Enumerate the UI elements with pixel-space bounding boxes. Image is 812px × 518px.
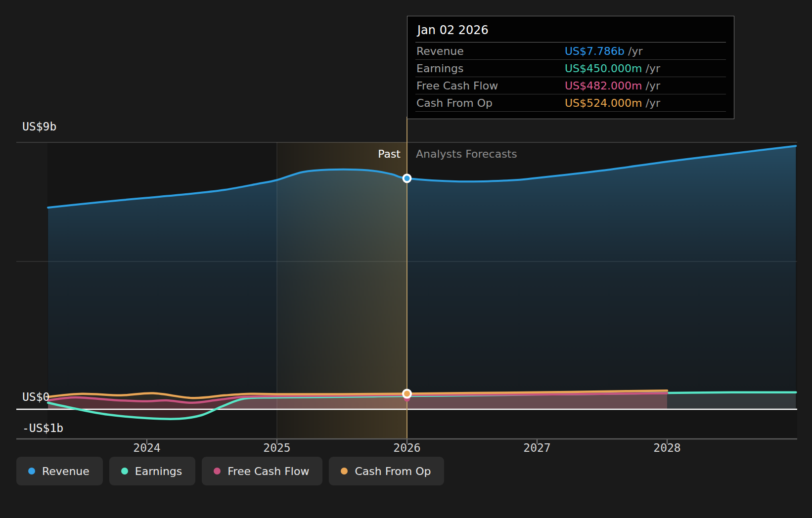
x-axis-label-2027: 2027 (502, 441, 572, 454)
tooltip-row-free-cash-flow: Free Cash Flow US$482.000m /yr (415, 77, 726, 94)
tooltip-row-unit: /yr (628, 45, 642, 57)
analysts-forecasts-label: Analysts Forecasts (416, 148, 517, 160)
tooltip-row-value: US$482.000m (565, 80, 642, 92)
x-axis-label-2024: 2024 (112, 441, 181, 454)
tooltip-row-cash-from-op: Cash From Op US$524.000m /yr (415, 94, 726, 112)
past-label: Past (378, 148, 401, 160)
tooltip-row-label: Earnings (415, 62, 565, 75)
tooltip-row-value: US$524.000m (565, 97, 642, 109)
earnings-dot-icon (121, 468, 128, 475)
cash-from-op-marker (404, 391, 410, 397)
tooltip: Jan 02 2026 Revenue US$7.786b /yr Earnin… (407, 16, 734, 119)
tooltip-row-label: Cash From Op (415, 97, 565, 109)
tooltip-row-value: US$450.000m (565, 62, 642, 75)
legend: Revenue Earnings Free Cash Flow Cash Fro… (16, 457, 444, 485)
y-axis-label-0: US$0 (22, 390, 49, 403)
free-cash-flow-dot-icon (214, 468, 221, 475)
legend-item-earnings[interactable]: Earnings (109, 457, 195, 485)
revenue-dot-icon (28, 468, 35, 475)
legend-item-cash-from-op[interactable]: Cash From Op (329, 457, 444, 485)
tooltip-row-revenue: Revenue US$7.786b /yr (415, 43, 726, 60)
legend-item-revenue[interactable]: Revenue (16, 457, 103, 485)
legend-label: Cash From Op (355, 465, 431, 477)
y-axis-label-neg1b: -US$1b (22, 422, 63, 434)
tooltip-row-unit: /yr (645, 62, 660, 75)
y-axis-label-9b: US$9b (22, 120, 56, 133)
legend-label: Revenue (42, 465, 90, 477)
tooltip-row-value: US$7.786b (565, 45, 625, 57)
x-axis-label-2028: 2028 (632, 441, 702, 454)
tooltip-row-unit: /yr (645, 97, 660, 109)
legend-item-free-cash-flow[interactable]: Free Cash Flow (202, 457, 322, 485)
cash-from-op-dot-icon (341, 468, 348, 475)
x-axis-label-2026: 2026 (372, 441, 442, 454)
tooltip-date-title: Jan 02 2026 (415, 16, 726, 43)
tooltip-row-label: Free Cash Flow (415, 80, 565, 92)
revenue-marker (405, 175, 410, 181)
tooltip-row-earnings: Earnings US$450.000m /yr (415, 60, 726, 77)
tooltip-row-label: Revenue (415, 45, 565, 57)
chart-root: US$9b US$0 -US$1b 20242025202620272028 P… (0, 0, 812, 518)
x-axis-label-2025: 2025 (242, 441, 312, 454)
tooltip-row-unit: /yr (645, 80, 660, 92)
legend-label: Earnings (135, 465, 182, 477)
legend-label: Free Cash Flow (227, 465, 309, 477)
